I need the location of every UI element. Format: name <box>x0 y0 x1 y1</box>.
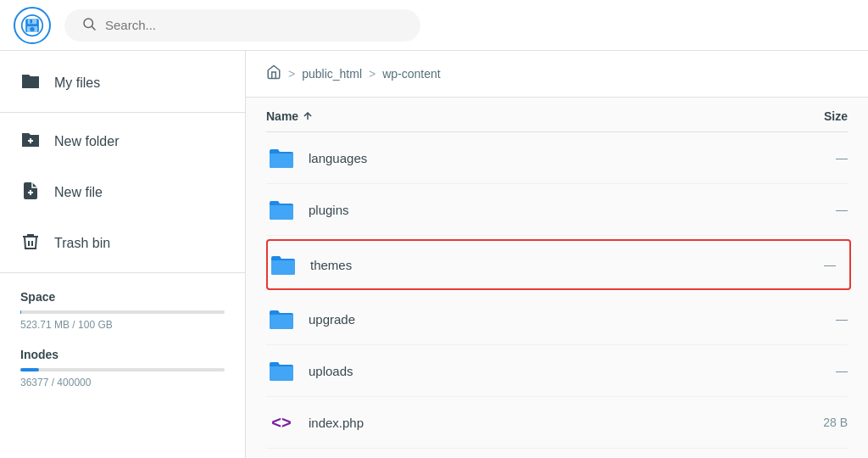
main-layout: My files New folder <box>0 51 868 458</box>
file-name: themes <box>310 258 734 272</box>
sidebar-item-label: My files <box>54 75 100 91</box>
breadcrumb-public-html[interactable]: public_html <box>302 67 362 81</box>
sidebar: My files New folder <box>0 51 246 458</box>
folder-icon <box>266 142 297 173</box>
header <box>0 0 868 51</box>
space-progress-bar-container <box>20 310 225 314</box>
svg-point-6 <box>84 19 93 28</box>
file-size: 28 B <box>746 416 848 429</box>
file-row[interactable]: languages — <box>266 132 848 184</box>
file-list: Name Size languages — <box>246 98 868 458</box>
sidebar-item-label: Trash bin <box>54 236 110 251</box>
breadcrumb-home-icon[interactable] <box>266 64 281 83</box>
content-area: > public_html > wp-content Name Size <box>246 51 868 458</box>
code-file-icon: <> <box>266 407 297 438</box>
file-row[interactable]: upgrade — <box>266 293 848 345</box>
inodes-section: Inodes 36377 / 400000 <box>0 334 245 392</box>
space-section: Space 523.71 MB / 100 GB <box>0 276 245 334</box>
inodes-label: 36377 / 400000 <box>20 377 225 388</box>
space-title: Space <box>20 290 225 304</box>
col-size-header: Size <box>746 109 848 123</box>
search-input[interactable] <box>105 18 403 32</box>
file-size: — <box>734 258 836 271</box>
sidebar-item-label: New folder <box>54 134 119 149</box>
inodes-title: Inodes <box>20 348 225 361</box>
sidebar-item-new-file[interactable]: New file <box>0 167 245 218</box>
logo <box>14 7 51 44</box>
file-size: — <box>746 312 848 326</box>
svg-line-7 <box>92 26 95 30</box>
breadcrumb-wp-content[interactable]: wp-content <box>382 67 440 81</box>
sidebar-item-my-files[interactable]: My files <box>0 58 245 109</box>
sidebar-item-label: New file <box>54 185 103 200</box>
folder-icon <box>20 71 41 95</box>
sidebar-item-trash-bin[interactable]: Trash bin <box>0 218 245 269</box>
folder-icon <box>266 194 297 225</box>
file-row[interactable]: <> index.php 28 B <box>266 397 848 449</box>
sidebar-divider-2 <box>0 272 245 273</box>
breadcrumb-sep-1: > <box>288 67 295 81</box>
svg-point-5 <box>30 26 34 31</box>
file-row-themes[interactable]: themes — <box>266 239 851 290</box>
folder-icon <box>266 355 297 386</box>
file-name: upgrade <box>309 312 746 327</box>
space-progress-bar <box>20 310 21 314</box>
svg-rect-3 <box>30 20 32 23</box>
breadcrumb-sep-2: > <box>369 67 376 81</box>
search-icon <box>81 16 97 35</box>
file-list-header: Name Size <box>266 98 848 132</box>
file-name: index.php <box>309 416 746 430</box>
folder-icon <box>266 304 297 334</box>
file-size: — <box>746 364 848 377</box>
breadcrumb: > public_html > wp-content <box>246 51 868 98</box>
new-file-icon <box>20 181 41 204</box>
file-row[interactable]: plugins — <box>266 184 848 236</box>
col-name-header: Name <box>266 109 746 123</box>
file-name: plugins <box>309 203 746 217</box>
folder-icon <box>268 249 298 280</box>
file-size: — <box>746 203 848 216</box>
trash-icon <box>20 232 41 255</box>
sidebar-item-new-folder[interactable]: New folder <box>0 116 245 167</box>
sidebar-divider-1 <box>0 112 245 113</box>
search-bar[interactable] <box>64 9 420 42</box>
file-name: languages <box>309 151 746 165</box>
inodes-progress-bar <box>20 368 39 371</box>
file-name: uploads <box>309 364 746 378</box>
space-label: 523.71 MB / 100 GB <box>20 319 225 331</box>
new-folder-icon <box>20 130 41 154</box>
file-size: — <box>746 151 848 165</box>
file-row[interactable]: uploads — <box>266 345 848 397</box>
inodes-progress-bar-container <box>20 368 225 371</box>
